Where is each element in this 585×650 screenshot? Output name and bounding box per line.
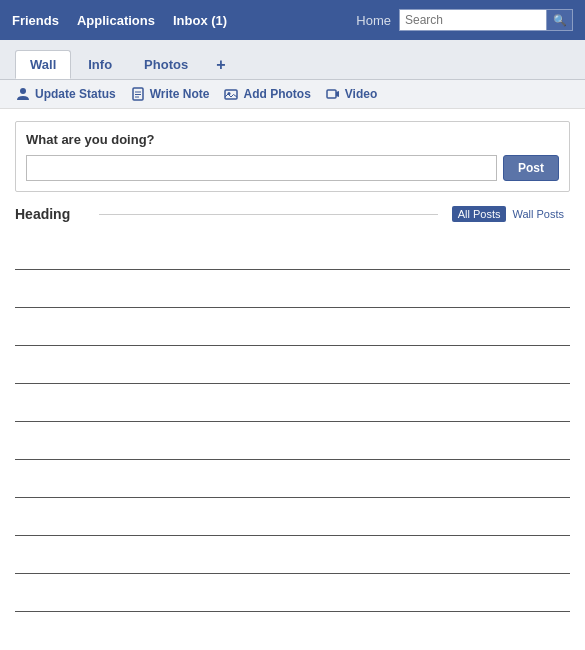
filter-all-posts[interactable]: All Posts bbox=[452, 206, 507, 222]
heading-text: Heading bbox=[15, 206, 85, 222]
person-icon bbox=[15, 86, 31, 102]
note-icon bbox=[130, 86, 146, 102]
tab-info[interactable]: Info bbox=[73, 50, 127, 79]
action-bar: Update Status Write Note Add Photos bbox=[0, 80, 585, 109]
action-update-status[interactable]: Update Status bbox=[15, 86, 116, 102]
content-area: What are you doing? Post Heading All Pos… bbox=[0, 109, 585, 624]
nav-home[interactable]: Home bbox=[356, 13, 391, 28]
action-video[interactable]: Video bbox=[325, 86, 377, 102]
tab-wall[interactable]: Wall bbox=[15, 50, 71, 79]
profile-area: Wall Info Photos + bbox=[0, 40, 585, 80]
nav-friends[interactable]: Friends bbox=[12, 13, 59, 28]
add-photos-label: Add Photos bbox=[243, 87, 310, 101]
video-icon bbox=[325, 86, 341, 102]
update-status-label: Update Status bbox=[35, 87, 116, 101]
content-line bbox=[15, 574, 570, 612]
nav-applications[interactable]: Applications bbox=[77, 13, 155, 28]
action-write-note[interactable]: Write Note bbox=[130, 86, 210, 102]
search-input[interactable] bbox=[399, 9, 547, 31]
content-line bbox=[15, 308, 570, 346]
top-nav: Friends Applications Inbox (1) Home 🔍 bbox=[0, 0, 585, 40]
search-wrapper: 🔍 bbox=[399, 9, 573, 31]
search-button[interactable]: 🔍 bbox=[547, 9, 573, 31]
content-line bbox=[15, 346, 570, 384]
status-input-row: Post bbox=[26, 155, 559, 181]
status-box: What are you doing? Post bbox=[15, 121, 570, 192]
nav-inbox[interactable]: Inbox (1) bbox=[173, 13, 227, 28]
content-line bbox=[15, 460, 570, 498]
filter-links: All Posts Wall Posts bbox=[452, 206, 570, 222]
nav-links: Friends Applications Inbox (1) bbox=[12, 13, 356, 28]
tab-add[interactable]: + bbox=[205, 51, 236, 79]
action-add-photos[interactable]: Add Photos bbox=[223, 86, 310, 102]
content-line bbox=[15, 498, 570, 536]
filter-wall-posts[interactable]: Wall Posts bbox=[506, 206, 570, 222]
content-lines bbox=[15, 232, 570, 612]
video-label: Video bbox=[345, 87, 377, 101]
svg-rect-7 bbox=[327, 90, 336, 98]
heading-divider bbox=[99, 214, 438, 215]
tab-photos[interactable]: Photos bbox=[129, 50, 203, 79]
heading-row: Heading All Posts Wall Posts bbox=[15, 206, 570, 222]
content-line bbox=[15, 232, 570, 270]
status-question: What are you doing? bbox=[26, 132, 559, 147]
content-line bbox=[15, 384, 570, 422]
svg-marker-8 bbox=[336, 91, 339, 97]
content-line bbox=[15, 536, 570, 574]
post-button[interactable]: Post bbox=[503, 155, 559, 181]
photo-icon bbox=[223, 86, 239, 102]
tabs: Wall Info Photos + bbox=[15, 50, 570, 79]
write-note-label: Write Note bbox=[150, 87, 210, 101]
svg-point-0 bbox=[20, 88, 26, 94]
content-line bbox=[15, 270, 570, 308]
search-icon: 🔍 bbox=[553, 14, 567, 27]
status-input[interactable] bbox=[26, 155, 497, 181]
content-line bbox=[15, 422, 570, 460]
